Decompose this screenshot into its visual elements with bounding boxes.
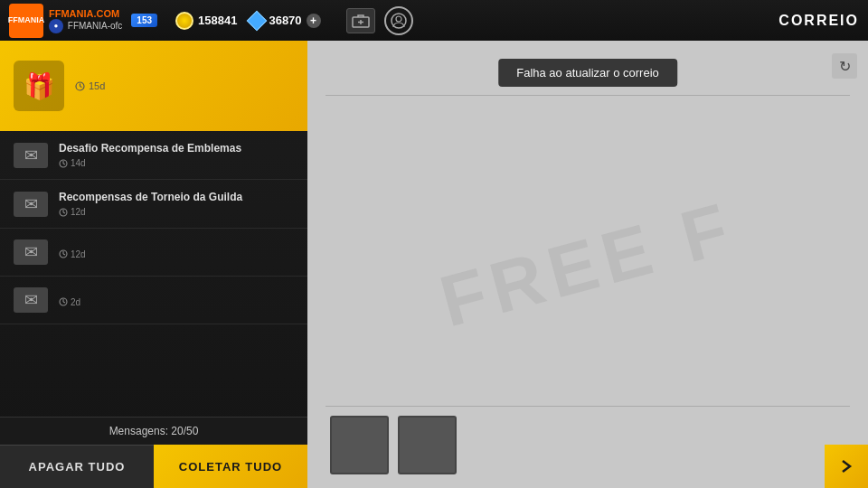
- clan-badge: ●: [49, 19, 63, 33]
- mail-item-title: Recompensas de Torneio da Guilda: [59, 191, 242, 203]
- active-mail-icon: 🎁: [14, 61, 64, 111]
- content-bottom-divider: [326, 406, 850, 407]
- far-right-button[interactable]: [825, 445, 868, 488]
- active-mail-timer: 15d: [75, 80, 105, 91]
- app-logo: FFMANIA: [9, 4, 43, 38]
- active-mail-info: 15d: [75, 80, 105, 91]
- diamond-currency: 36870 +: [250, 14, 320, 28]
- list-item[interactable]: ✉ 12d: [0, 229, 307, 277]
- thumbnail-1: [330, 416, 389, 474]
- clock-icon: [75, 81, 85, 91]
- collect-all-button[interactable]: COLETAR TUDO: [154, 445, 307, 488]
- clock-small-icon: [59, 159, 68, 168]
- clock-small-icon: [59, 208, 68, 217]
- sidebar-buttons: APAGAR TUDO COLETAR TUDO: [0, 445, 307, 488]
- inventory-icon-button[interactable]: [346, 8, 375, 33]
- refresh-button[interactable]: ↻: [832, 53, 857, 79]
- mail-item-time: 12d: [59, 249, 86, 259]
- watermark: FREE F: [432, 185, 744, 343]
- list-item[interactable]: ✉ Recompensas de Torneio da Guilda 12d: [0, 180, 307, 229]
- mail-item-time: 14d: [59, 158, 241, 168]
- profile-icon: [391, 13, 407, 29]
- envelope-icon: ✉: [14, 143, 48, 168]
- delete-all-button[interactable]: APAGAR TUDO: [0, 445, 154, 488]
- mail-item-time: 12d: [59, 207, 242, 217]
- sidebar: 🎁 15d ✉ Desafio Recompensa de Emblemas: [0, 41, 307, 488]
- clan-name: ● FFMANIA-ofc: [49, 19, 122, 33]
- page-title: CORREIO: [778, 13, 859, 29]
- svg-line-13: [63, 212, 65, 213]
- clock-small-icon: [59, 297, 68, 306]
- envelope-icon: ✉: [14, 287, 48, 313]
- content-top-divider: [326, 95, 850, 96]
- svg-line-10: [63, 164, 65, 164]
- gold-currency: 158841: [175, 12, 237, 30]
- level-badge: 153: [131, 14, 157, 27]
- main-layout: 🎁 15d ✉ Desafio Recompensa de Emblemas: [0, 41, 868, 488]
- profile-icon-button[interactable]: [384, 6, 413, 35]
- arrow-right-icon: [837, 457, 855, 475]
- diamond-amount: 36870: [269, 14, 301, 27]
- svg-line-7: [80, 86, 82, 87]
- header-icon-buttons: [346, 6, 413, 35]
- envelope-icon: ✉: [14, 192, 48, 217]
- diamond-icon: [247, 10, 268, 31]
- mail-item-title: Desafio Recompensa de Emblemas: [59, 142, 241, 155]
- envelope-icon: ✉: [14, 239, 48, 265]
- svg-line-16: [63, 254, 65, 255]
- sidebar-footer: Mensagens: 20/50: [0, 417, 307, 445]
- header-left: FFMANIA FFMANIA.COM ● FFMANIA-ofc 153: [9, 4, 157, 38]
- thumbnail-2: [398, 416, 457, 474]
- list-item[interactable]: ✉ 2d: [0, 277, 307, 324]
- list-item[interactable]: ✉ Desafio Recompensa de Emblemas 14d: [0, 131, 307, 180]
- coin-icon: [175, 12, 193, 30]
- inventory-icon: [352, 14, 370, 28]
- mail-item-info: Recompensas de Torneio da Guilda 12d: [59, 191, 242, 217]
- mail-item-info: 2d: [59, 294, 80, 307]
- username-block: FFMANIA.COM ● FFMANIA-ofc: [49, 8, 122, 33]
- svg-line-19: [63, 302, 65, 303]
- mail-list: ✉ Desafio Recompensa de Emblemas 14d ✉: [0, 131, 307, 417]
- mail-item-active[interactable]: 🎁 15d: [0, 41, 307, 131]
- site-name: FFMANIA.COM: [49, 8, 122, 19]
- header: FFMANIA FFMANIA.COM ● FFMANIA-ofc 153 15…: [0, 0, 868, 41]
- mail-item-info: Desafio Recompensa de Emblemas 14d: [59, 142, 241, 168]
- error-banner: Falha ao atualizar o correio: [498, 59, 677, 87]
- svg-point-4: [396, 16, 401, 22]
- clock-small-icon: [59, 249, 68, 258]
- mail-item-info: 12d: [59, 246, 86, 259]
- gold-amount: 158841: [198, 14, 237, 27]
- add-diamonds-button[interactable]: +: [307, 14, 321, 28]
- messages-count: Mensagens: 20/50: [14, 425, 294, 437]
- content-thumbnails: [330, 416, 457, 474]
- mail-item-time: 2d: [59, 297, 80, 307]
- currencies: 158841 36870 +: [175, 6, 413, 35]
- content-area: FREE F Falha ao atualizar o correio ↻: [307, 41, 868, 488]
